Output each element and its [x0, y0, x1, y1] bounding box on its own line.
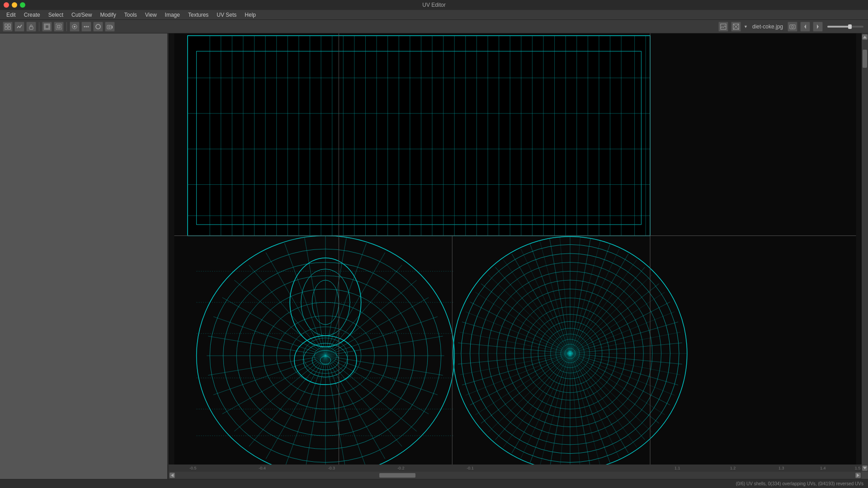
- svg-point-11: [84, 26, 85, 27]
- menu-help[interactable]: Help: [241, 11, 259, 19]
- svg-rect-18: [721, 24, 726, 29]
- toolbar-frame-sel-btn[interactable]: [54, 22, 64, 32]
- toolbar-isolate-btn[interactable]: [70, 22, 80, 32]
- menubar: Edit Create Select Cut/Sew Modify Tools …: [0, 10, 868, 20]
- svg-point-10: [74, 26, 75, 28]
- menu-cutsew[interactable]: Cut/Sew: [68, 11, 95, 19]
- svg-rect-2: [5, 27, 7, 29]
- menu-uvsets[interactable]: UV Sets: [213, 11, 240, 19]
- maximize-button[interactable]: [20, 2, 25, 8]
- toolbar-dropdown-arrow[interactable]: ▼: [744, 24, 748, 29]
- toolbar-camera-btn[interactable]: [105, 22, 115, 32]
- svg-marker-225: [171, 474, 174, 477]
- scroll-up-btn[interactable]: [862, 34, 868, 40]
- scroll-down-btn[interactable]: [862, 465, 868, 471]
- vertical-scrollbar[interactable]: [862, 33, 868, 472]
- toolbar-prev-icon[interactable]: [800, 22, 810, 32]
- can-body-uvs: [188, 36, 650, 236]
- svg-marker-24: [804, 24, 806, 29]
- opacity-slider-handle[interactable]: [848, 24, 852, 29]
- menu-create[interactable]: Create: [20, 11, 44, 19]
- svg-point-13: [88, 26, 89, 27]
- svg-point-17: [108, 26, 110, 28]
- toolbar-dots-btn[interactable]: [81, 22, 91, 32]
- toolbar-grid-display-icon[interactable]: [731, 22, 741, 32]
- toolbar-snap-btn[interactable]: [14, 22, 24, 32]
- svg-rect-3: [8, 27, 10, 29]
- toolbar-lock-btn[interactable]: [26, 22, 36, 32]
- svg-rect-6: [45, 25, 49, 28]
- svg-point-14: [96, 24, 100, 29]
- svg-marker-25: [817, 24, 819, 29]
- menu-select[interactable]: Select: [45, 11, 67, 19]
- scroll-thumb[interactable]: [863, 50, 867, 68]
- menu-textures[interactable]: Textures: [184, 11, 212, 19]
- svg-rect-0: [5, 24, 7, 26]
- svg-rect-15: [107, 25, 112, 29]
- menu-edit[interactable]: Edit: [3, 11, 19, 19]
- scroll-right-btn[interactable]: [855, 473, 861, 478]
- texture-filename: diet-coke.jpg: [750, 23, 785, 30]
- svg-point-12: [86, 26, 87, 27]
- uv-canvas[interactable]: [169, 33, 862, 472]
- svg-marker-16: [112, 26, 113, 28]
- toolbar-grid-btn[interactable]: [3, 22, 13, 32]
- svg-marker-224: [863, 467, 867, 469]
- svg-rect-27: [188, 36, 650, 236]
- menu-modify[interactable]: Modify: [96, 11, 119, 19]
- uv-viewport[interactable]: -0.5 -0.4 -0.3 -0.2 -0.1 1.1 1.2 1.3 1.4…: [169, 33, 868, 479]
- toolbar-camera2-icon[interactable]: [788, 22, 797, 32]
- main-content: -0.5 -0.4 -0.3 -0.2 -0.1 1.1 1.2 1.3 1.4…: [0, 33, 868, 479]
- menu-tools[interactable]: Tools: [121, 11, 141, 19]
- minimize-button[interactable]: [12, 2, 17, 8]
- horizontal-scrollbar[interactable]: [169, 472, 862, 479]
- close-button[interactable]: [4, 2, 9, 8]
- opacity-slider[interactable]: [827, 26, 863, 28]
- status-text: (0/6) UV shells, 0(334) overlapping UVs,…: [736, 481, 863, 486]
- titlebar: UV Editor: [0, 0, 868, 10]
- toolbar-sep-1: [39, 22, 39, 31]
- svg-point-23: [792, 26, 794, 28]
- left-panel: [0, 33, 167, 479]
- uv-art-svg: [169, 33, 862, 472]
- svg-marker-226: [857, 474, 859, 477]
- toolbar-frame-all-btn[interactable]: [42, 22, 52, 32]
- menu-image[interactable]: Image: [161, 11, 184, 19]
- toolbar-right: ▼ diet-coke.jpg: [718, 22, 865, 32]
- toolbar: ▼ diet-coke.jpg: [0, 20, 868, 33]
- scroll-left-btn[interactable]: [170, 473, 175, 478]
- toolbar-circle-btn[interactable]: [93, 22, 103, 32]
- svg-rect-22: [790, 25, 795, 29]
- toolbar-sep-2: [66, 22, 67, 31]
- statusbar: (0/6) UV shells, 0(334) overlapping UVs,…: [0, 479, 868, 488]
- toolbar-next-icon[interactable]: [813, 22, 823, 32]
- menu-view[interactable]: View: [142, 11, 160, 19]
- svg-rect-8: [57, 25, 60, 28]
- svg-rect-4: [29, 27, 33, 29]
- svg-marker-223: [863, 36, 867, 38]
- window-title: UV Editor: [422, 2, 445, 8]
- scroll-h-thumb[interactable]: [379, 473, 415, 478]
- traffic-lights: [4, 2, 25, 8]
- svg-rect-1: [8, 24, 10, 26]
- toolbar-image-icon[interactable]: [718, 22, 728, 32]
